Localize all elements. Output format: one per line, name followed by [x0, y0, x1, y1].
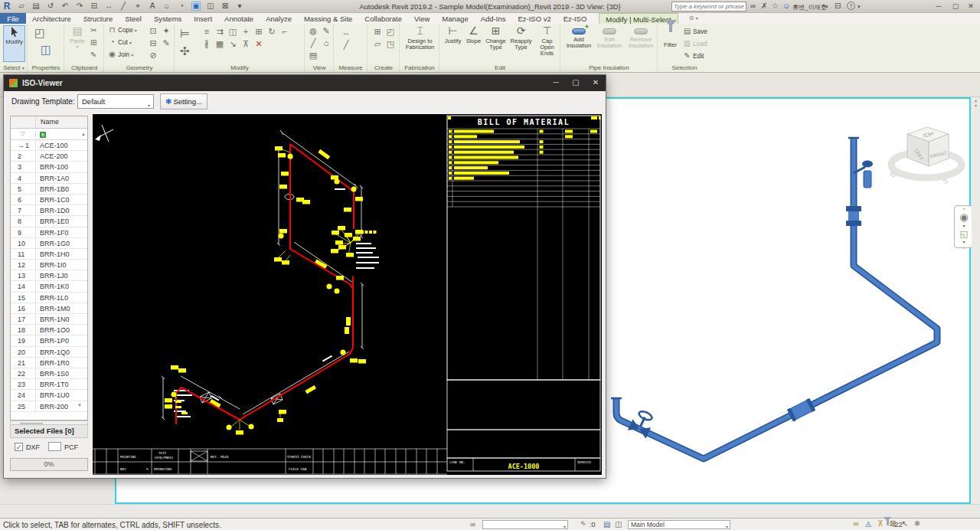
offset-icon[interactable]: ⇉ — [214, 28, 225, 38]
panel-label-properties[interactable]: Properties — [28, 64, 64, 72]
pipe-flange-pair[interactable] — [846, 206, 861, 226]
pcf-checkbox[interactable] — [48, 442, 61, 451]
reveal-constraints-icon[interactable]: ◬ — [864, 520, 873, 528]
panel-label-select[interactable]: Select ▾ — [1, 64, 27, 72]
wheel-chevron-icon[interactable]: ▾ — [955, 224, 973, 228]
undo-icon[interactable]: ↶ — [60, 2, 70, 10]
cope-button[interactable]: ⊓Cope▾ — [108, 26, 137, 34]
zoom-chevron-icon[interactable]: ▾ — [955, 240, 973, 244]
status-search-icon[interactable]: ∞ — [470, 521, 475, 528]
help-icon[interactable]: ? — [847, 2, 855, 10]
text-icon[interactable]: A — [148, 2, 157, 10]
linework-icon[interactable]: ╱ — [308, 39, 318, 49]
paint-icon[interactable]: ✎ — [161, 39, 172, 49]
search-input[interactable] — [671, 2, 746, 11]
favorites-icon[interactable]: ☆ — [772, 2, 779, 10]
sort-asc-icon[interactable]: ▲ — [81, 132, 86, 136]
create-parts-icon[interactable]: ◳ — [385, 40, 396, 50]
dxf-checkbox[interactable]: ✓ — [15, 443, 23, 451]
table-row[interactable]: 17BRR-1N0 — [11, 314, 87, 325]
help-chevron-icon[interactable]: ▾ — [858, 4, 861, 10]
table-row[interactable]: 15BRR-1L0 — [11, 293, 87, 303]
panel-label-selection[interactable]: Selection — [658, 64, 710, 72]
tab-annotate[interactable]: Annotate — [218, 13, 260, 24]
tab-massing-site[interactable]: Massing & Site — [298, 13, 358, 24]
panel-label-view[interactable]: View — [305, 64, 333, 72]
user-icon[interactable]: ☺ — [782, 2, 790, 10]
beam-joins-icon[interactable]: ⊟ — [148, 39, 158, 49]
redo-icon[interactable]: ↷ — [75, 2, 84, 10]
dialog-titlebar[interactable]: ISO-Viewer ─ ▢ ✕ — [4, 75, 606, 91]
cut-icon[interactable]: ✂ — [90, 27, 96, 34]
iso-drawing-viewport[interactable]: BILL OF MATERIAL — [93, 114, 602, 475]
drawing-template-select[interactable]: Default▾ — [77, 94, 154, 109]
selection-filter-icon[interactable] — [884, 522, 891, 530]
create-similar-icon[interactable]: ◰ — [385, 28, 396, 38]
table-row[interactable]: 20BRR-1Q0 — [11, 347, 87, 358]
sync-icon[interactable]: ↺ — [46, 2, 55, 10]
change-type-button[interactable]: ⊞Change Type — [484, 25, 508, 62]
close-button[interactable]: ✕ — [965, 1, 977, 11]
thin-lines-icon[interactable]: ▣ — [191, 2, 201, 11]
array-icon[interactable]: ▦ — [214, 40, 225, 50]
table-row[interactable]: 10BRR-1G0 — [11, 238, 87, 249]
tab-add-ins[interactable]: Add-Ins — [475, 13, 512, 24]
selection-load-button[interactable]: ▥Load — [683, 40, 707, 47]
panel-label-create[interactable]: Create — [368, 64, 399, 72]
measure-along-icon[interactable]: ╱ — [341, 41, 351, 51]
align-large-icon[interactable]: ⊨ — [180, 28, 190, 39]
table-row[interactable]: 24BRR-1U0 — [11, 390, 87, 401]
hide-elements-icon[interactable]: ◍ — [308, 27, 318, 37]
remove-insulation-button[interactable]: Remove Insulation — [626, 25, 656, 62]
temporary-hide-isolate-icon[interactable]: ∞ — [851, 520, 861, 528]
tag-icon[interactable]: ⌖ — [133, 2, 142, 10]
pin-icon[interactable]: ⊼ — [240, 40, 251, 50]
table-row[interactable]: 11BRR-1H0 — [11, 249, 87, 260]
canvas-scroll-down-icon[interactable]: ▾ — [972, 103, 980, 108]
canvas-scroll-up-icon[interactable]: ▴ — [972, 98, 980, 103]
row-filter-icon[interactable]: ▽ — [11, 131, 36, 137]
table-row[interactable]: 13BRR-1J0 — [11, 270, 87, 281]
table-row[interactable]: 22BRR-1S0 — [11, 368, 87, 379]
tab-file[interactable]: File — [0, 13, 26, 24]
table-row[interactable]: 2ACE-200 — [11, 151, 87, 162]
override-graphics-icon[interactable]: ✎ — [321, 27, 332, 37]
tab-analyze[interactable]: Analyze — [260, 13, 298, 24]
family-types-icon[interactable]: ◰ — [34, 27, 45, 38]
name-filter-icon[interactable]: B — [40, 132, 46, 138]
table-row[interactable]: 9BRR-1F0 — [11, 227, 87, 238]
trim-icon[interactable]: ⌐ — [279, 28, 290, 38]
aligned-dimension-icon[interactable]: ╱ — [119, 2, 128, 10]
filter-button[interactable]: Filter — [660, 25, 681, 62]
cart-icon[interactable]: ⊟ — [835, 2, 841, 10]
background-processes-icon[interactable]: ✱ — [913, 520, 922, 528]
tab-collaborate[interactable]: Collaborate — [358, 13, 408, 24]
table-filter-row[interactable]: ▽ B ▲ — [11, 129, 87, 140]
user-interface-icon[interactable]: ▤ — [308, 51, 318, 61]
default-3d-icon[interactable]: ⌂ — [321, 39, 332, 49]
unjoin-icon[interactable]: ⊘ — [148, 51, 158, 61]
measure-icon[interactable]: ↔ — [104, 2, 113, 10]
close-hidden-windows-icon[interactable]: ⊠ — [220, 2, 230, 10]
table-row[interactable]: →1ACE-100 — [11, 140, 87, 151]
panel-label-pipe-insulation[interactable]: Pipe Insulation — [561, 64, 657, 72]
scroll-down-icon[interactable]: ▼ — [77, 403, 82, 407]
tab-systems[interactable]: Systems — [148, 13, 188, 24]
revit-logo[interactable]: R — [2, 2, 11, 11]
tab-ez-iso[interactable]: Ez-ISO — [557, 13, 593, 24]
table-row[interactable]: 16BRR-1M0 — [11, 303, 87, 314]
tab-structure[interactable]: Structure — [77, 13, 119, 24]
properties-palette-icon[interactable]: ◫ — [41, 44, 51, 55]
join-button[interactable]: ◉Join▾ — [108, 51, 133, 58]
table-row[interactable]: 3BRR-100 — [11, 162, 87, 172]
slope-button[interactable]: ∠Slope — [464, 25, 483, 62]
demolish-hammer-icon[interactable]: ✦ — [161, 27, 172, 37]
table-row[interactable]: 18BRR-1O0 — [11, 325, 87, 335]
drawing-list-table[interactable]: Name ▽ B ▲ →1ACE-1002ACE-2003BRR-1004BRR… — [10, 116, 88, 420]
add-insulation-button[interactable]: Add Insulation — [564, 25, 593, 62]
delete-icon[interactable]: ✕ — [253, 40, 264, 50]
panel-label-geometry[interactable]: Geometry — [105, 64, 174, 72]
worksets-icon[interactable]: ▤ — [603, 521, 610, 528]
link-icon[interactable]: ◫ — [615, 521, 622, 528]
table-row[interactable]: 23BRR-1T0 — [11, 379, 87, 390]
